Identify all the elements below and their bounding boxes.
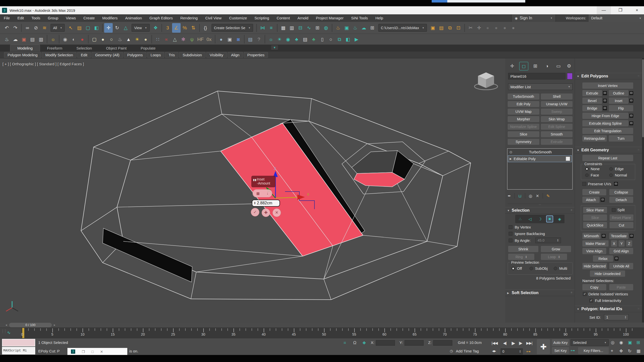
tessellate-button[interactable]: Tessellate [609,233,628,239]
panel-splitter[interactable]: ⋯ [508,204,572,205]
separator[interactable]: ▼ [162,24,162,32]
render-setup-icon[interactable]: ♨ ▼ [334,23,342,33]
spinner-arrows-icon[interactable]: ▲▼ [254,202,256,205]
caddy-group-toggle-button[interactable]: ▦ [256,192,260,195]
create-button[interactable]: Create [582,189,606,195]
separator[interactable]: ▼ [199,24,200,32]
zoom-all-icon[interactable]: ◉ [619,340,623,345]
sign-in-button[interactable]: ◉ Sign In ▼ [511,14,556,22]
reference-coordinate-system-dropdown[interactable]: View ▼ [132,24,149,32]
x-coordinate-field[interactable] [376,340,395,346]
ribbon-panel-button[interactable]: Properties [244,52,268,58]
make-unique-icon[interactable]: ◎ [529,194,532,198]
border-mode-icon[interactable]: ☽ [536,215,543,222]
angle-snap-toggle-icon[interactable]: ∠ ▼ [172,23,181,33]
modifier-shortcut-button[interactable]: UVW Map [508,109,539,115]
separator[interactable] [151,35,152,43]
render-window-icon[interactable]: ▣ [20,35,28,43]
settings-box-button[interactable] [629,91,633,95]
scrollbar-thumb[interactable] [642,59,644,137]
render-teapot-icon[interactable]: ♨ [3,35,11,43]
settings-box-button[interactable] [603,106,607,110]
make-planar-x-button[interactable]: X [611,240,617,247]
stack-item-toggle[interactable] [566,157,570,161]
scissors-icon[interactable]: ✂ ▼ [466,23,475,33]
display-tab-icon[interactable]: ▭ [554,62,563,70]
primitive-sphere-icon[interactable]: ● [99,35,107,43]
stack-item-turbosmooth[interactable]: ⊙ TurboSmooth [507,149,572,155]
separator[interactable]: ▼ [102,24,103,32]
render-presets-icon[interactable]: ▤ [28,35,37,43]
caddy-cancel-button[interactable]: ✕ [272,208,281,217]
pan-hand-icon[interactable]: ✥ [619,348,623,354]
split-view-icon[interactable]: ◧ [344,35,352,43]
video-camera-icon[interactable]: ● [78,35,87,43]
ignore-backfacing-checkbox[interactable] [509,232,512,236]
slice-plane-button[interactable]: Slice Plane [583,207,607,213]
by-angle-checkbox[interactable] [509,239,512,242]
ox-icon[interactable]: 0x [205,35,213,43]
align-icon[interactable]: ≡ ▼ [267,23,275,33]
current-frame-field[interactable]: 0 ▲▼ [501,348,523,354]
selection-rollout-header[interactable]: ▼ Selection ≡ [505,207,575,214]
object-color-swatch[interactable] [567,73,573,79]
hair-fur-icon[interactable]: HF [196,35,205,43]
settings-box-button[interactable] [629,121,633,125]
torus-icon[interactable]: ○ [327,35,335,43]
ribbon-panel-button[interactable]: Geometry (All) [92,52,123,58]
menu-item[interactable]: SiNi Tools [347,14,372,22]
particle-array-icon[interactable]: ∷ [153,35,162,43]
modifier-shortcut-button[interactable]: Slice [508,131,539,137]
copy-button[interactable]: Copy [582,284,606,290]
zoom-extents-icon[interactable]: ▣ [628,340,632,345]
z-coordinate-field[interactable] [433,340,452,346]
separator[interactable] [88,35,89,43]
split-checkbox[interactable] [612,208,616,212]
orbit-icon[interactable]: ↻ [628,348,631,354]
constraint-face-radio[interactable] [585,173,589,177]
set-id-field[interactable]: 1 ▲▼ [604,314,629,320]
modifier-shortcut-button[interactable]: Unwrap UVW [541,101,573,107]
macro-button-icon[interactable]: ● ▼ [492,23,501,33]
light-lister-icon[interactable]: ☼ [49,35,57,43]
primitive-egg-icon[interactable]: ● [141,35,150,43]
modifier-shortcut-button[interactable]: TurboSmooth [508,94,539,100]
show-end-result-icon[interactable]: ⊔ [518,194,521,198]
layer-stack-icon[interactable]: ⧉ [335,35,344,43]
menu-item[interactable]: Rendering [177,14,202,22]
ribbon-tab[interactable]: Selection [69,45,99,52]
separator[interactable]: ▼ [277,24,277,32]
make-planar-button[interactable]: Make Planar [582,240,609,247]
open-container-icon[interactable]: ▤ ▼ [437,23,446,33]
sunlight-icon[interactable]: ☀ [133,35,141,43]
workspace-dropdown[interactable]: Default ▼ [589,14,644,22]
menu-item[interactable]: Views [62,14,80,22]
select-object-icon[interactable]: ↖ ▼ [66,23,75,33]
molecule-icon[interactable]: ∝ [162,35,171,43]
preview-off-radio[interactable] [511,267,515,270]
flower-icon[interactable]: ✻ [179,35,188,43]
absolute-relative-transform-icon[interactable]: ❖ [362,340,366,346]
separator[interactable]: ▼ [21,24,22,32]
zoom-extents-all-icon[interactable]: ⊞ [636,340,640,345]
macro-button-icon[interactable]: ● ▼ [501,23,509,33]
restore-icon[interactable]: ❐ [82,350,85,354]
zoom-icon[interactable]: ◎ [611,340,615,345]
object-name-field[interactable]: Plane016 [508,73,566,79]
edit-polygons-rollout-header[interactable]: ▼ Edit Polygons ⁙ [575,73,642,79]
visibility-eye-icon[interactable]: ⊙ [509,150,512,154]
key-filters-button[interactable]: Key Filters... [578,347,609,354]
msmooth-settings-box[interactable] [602,234,606,238]
caddy-apply-button[interactable]: ✚ [262,208,270,217]
ribbon-tab[interactable]: Populate [134,45,163,52]
selection-lock-region-icon[interactable]: ⌗ [344,340,346,345]
tree-icon[interactable]: ♣ [309,35,318,43]
make-planar-z-button[interactable]: Z [626,240,632,247]
constraint-edge-radio[interactable] [609,167,613,171]
photometric-light-icon[interactable]: ☼ [267,35,275,43]
primitive-box-icon[interactable]: ▢ [90,35,99,43]
next-key-button[interactable]: |▶ [519,341,522,345]
expand-arrow-icon[interactable]: ▶ [510,157,512,160]
spinner-snap-toggle-icon[interactable]: ⇅ ▼ [189,23,198,33]
modifier-shortcut-button[interactable]: Edit Poly [508,101,539,107]
